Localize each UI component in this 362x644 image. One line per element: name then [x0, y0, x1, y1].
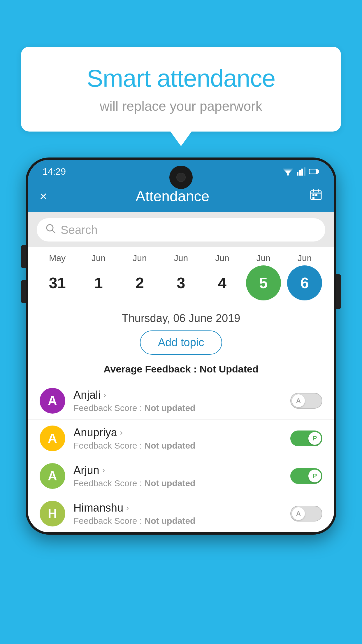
- student-feedback-anjali: Feedback Score : Not updated: [73, 403, 282, 413]
- toggle-anupriya[interactable]: P: [290, 430, 322, 446]
- phone-side-button-right: [336, 274, 341, 309]
- calendar-strip: May Jun Jun Jun Jun Jun Jun 31 1 2 3 4 5…: [28, 247, 334, 306]
- selected-date-label: Thursday, 06 June 2019: [28, 306, 334, 328]
- student-name-anjali: Anjali ›: [73, 389, 282, 401]
- toggle-knob-himanshu: A: [292, 507, 305, 520]
- calendar-icon[interactable]: [310, 188, 322, 204]
- toggle-knob-anjali: A: [292, 394, 305, 407]
- add-topic-button[interactable]: Add topic: [140, 330, 222, 355]
- phone-container: 14:29: [26, 158, 336, 644]
- phone-screen: 14:29: [28, 160, 334, 532]
- student-feedback-anupriya: Feedback Score : Not updated: [73, 441, 282, 451]
- toggle-on-anupriya[interactable]: P: [290, 430, 322, 446]
- search-icon: [45, 223, 56, 237]
- svg-point-3: [287, 174, 289, 176]
- avg-feedback-value: Not Updated: [200, 363, 259, 374]
- student-feedback-himanshu: Feedback Score : Not updated: [73, 516, 282, 526]
- month-label-6: Jun: [287, 253, 322, 263]
- svg-marker-2: [283, 169, 293, 174]
- student-item-anjali[interactable]: A Anjali › Feedback Score : Not updated …: [28, 382, 334, 419]
- svg-line-19: [52, 230, 55, 233]
- student-item-arjun[interactable]: A Arjun › Feedback Score : Not updated P: [28, 457, 334, 495]
- student-info-himanshu: Himanshu › Feedback Score : Not updated: [73, 502, 282, 526]
- student-item-himanshu[interactable]: H Himanshu › Feedback Score : Not update…: [28, 495, 334, 532]
- date-2[interactable]: 2: [122, 265, 157, 300]
- svg-rect-9: [318, 170, 319, 173]
- month-label-5: Jun: [246, 253, 281, 263]
- student-info-anupriya: Anupriya › Feedback Score : Not updated: [73, 426, 282, 451]
- svg-rect-6: [301, 169, 303, 176]
- svg-rect-16: [315, 194, 317, 196]
- date-31[interactable]: 31: [40, 265, 75, 300]
- student-item-anupriya[interactable]: A Anupriya › Feedback Score : Not update…: [28, 419, 334, 457]
- svg-rect-15: [312, 194, 314, 196]
- date-6-today[interactable]: 6: [287, 265, 322, 300]
- toggle-himanshu[interactable]: A: [290, 506, 322, 522]
- chevron-icon: ›: [102, 466, 105, 475]
- student-name-arjun: Arjun ›: [73, 464, 282, 477]
- search-bar[interactable]: Search: [37, 218, 325, 242]
- average-feedback: Average Feedback : Not Updated: [28, 360, 334, 382]
- student-name-himanshu: Himanshu ›: [73, 502, 282, 514]
- search-input[interactable]: Search: [61, 223, 98, 237]
- status-icons: [283, 167, 319, 176]
- student-info-arjun: Arjun › Feedback Score : Not updated: [73, 464, 282, 488]
- calendar-months: May Jun Jun Jun Jun Jun Jun: [37, 253, 325, 263]
- month-label-1: Jun: [81, 253, 116, 263]
- chevron-icon: ›: [120, 428, 123, 437]
- student-name-anupriya: Anupriya ›: [73, 426, 282, 439]
- month-label-0: May: [40, 253, 75, 263]
- month-label-3: Jun: [164, 253, 198, 263]
- chevron-icon: ›: [126, 503, 129, 512]
- svg-rect-17: [312, 197, 314, 199]
- month-label-2: Jun: [122, 253, 157, 263]
- phone-side-button-left-1: [21, 245, 26, 268]
- toggle-arjun[interactable]: P: [290, 468, 322, 484]
- avatar-arjun: A: [40, 463, 65, 489]
- toggle-on-arjun[interactable]: P: [290, 468, 322, 484]
- toggle-off-himanshu[interactable]: A: [290, 506, 322, 522]
- add-topic-container: Add topic: [28, 328, 334, 360]
- toggle-anjali[interactable]: A: [290, 393, 322, 409]
- student-info-anjali: Anjali › Feedback Score : Not updated: [73, 389, 282, 413]
- phone-mockup: 14:29: [26, 158, 336, 535]
- avg-feedback-label: Average Feedback :: [103, 363, 197, 374]
- speech-bubble-container: Smart attendance will replace your paper…: [21, 47, 341, 132]
- date-3[interactable]: 3: [164, 265, 198, 300]
- speech-bubble: Smart attendance will replace your paper…: [21, 47, 341, 132]
- toggle-knob-anupriya: P: [308, 432, 321, 445]
- battery-icon: [309, 168, 319, 175]
- svg-rect-5: [299, 170, 301, 176]
- date-1[interactable]: 1: [81, 265, 116, 300]
- calendar-dates: 31 1 2 3 4 5 6: [37, 265, 325, 300]
- svg-rect-7: [304, 167, 305, 176]
- app-bar-title: Attendance: [36, 188, 310, 205]
- signal-icon: [297, 167, 305, 176]
- date-5-selected[interactable]: 5: [246, 265, 281, 300]
- search-container: Search: [28, 212, 334, 247]
- chevron-icon: ›: [103, 390, 106, 400]
- date-4[interactable]: 4: [205, 265, 240, 300]
- phone-side-button-left-2: [21, 280, 26, 303]
- svg-rect-10: [310, 169, 316, 174]
- main-title: Smart attendance: [44, 64, 318, 92]
- avatar-anupriya: A: [40, 426, 65, 451]
- avatar-himanshu: H: [40, 501, 65, 526]
- toggle-off-anjali[interactable]: A: [290, 393, 322, 409]
- wifi-icon: [283, 167, 293, 176]
- toggle-knob-arjun: P: [308, 470, 321, 482]
- phone-notch: [169, 166, 193, 189]
- phone-camera: [176, 173, 186, 182]
- student-list: A Anjali › Feedback Score : Not updated …: [28, 382, 334, 532]
- svg-rect-4: [297, 172, 298, 176]
- month-label-4: Jun: [205, 253, 240, 263]
- student-feedback-arjun: Feedback Score : Not updated: [73, 478, 282, 488]
- main-subtitle: will replace your paperwork: [44, 98, 318, 114]
- avatar-anjali: A: [40, 388, 65, 414]
- status-time: 14:29: [43, 166, 66, 177]
